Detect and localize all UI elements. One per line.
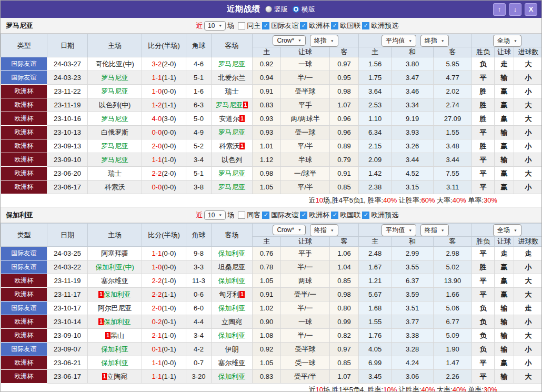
home-team-name[interactable]: 科索沃 <box>105 183 125 191</box>
handicap-line: 平/半 <box>281 139 330 153</box>
half-time-score: (3-0) <box>162 115 176 123</box>
away-team-name[interactable]: 保加利亚 <box>218 373 246 380</box>
home-team-name[interactable]: 罗马尼亚 <box>101 74 128 82</box>
home-team-name[interactable]: 保加利亚(中) <box>95 263 134 271</box>
away-team-name[interactable]: 罗马尼亚 <box>218 128 246 136</box>
average-select[interactable]: 平均值 <box>382 35 416 47</box>
handicap-line: 平手 <box>281 247 330 260</box>
away-team-name[interactable]: 北爱尔兰 <box>218 74 246 82</box>
handicap-away-odds: 0.79 <box>330 153 359 167</box>
same-venue-checkbox[interactable] <box>238 22 245 29</box>
away-team-name[interactable]: 保加利亚 <box>218 249 246 257</box>
away-team-name[interactable]: 保加利亚 <box>218 304 246 312</box>
final-odds-select-1[interactable]: 终指 <box>310 35 338 47</box>
away-team-name[interactable]: 罗马尼亚 <box>218 183 246 191</box>
home-team-name[interactable]: 阿塞拜疆 <box>101 249 128 257</box>
same-venue-checkbox[interactable] <box>238 212 245 219</box>
league-checkbox-friendly[interactable] <box>262 22 269 29</box>
away-team-name[interactable]: 保加利亚 <box>218 277 246 285</box>
avg-draw-odds: 3.47 <box>392 71 434 85</box>
league-checkbox-eurocup[interactable] <box>300 212 307 219</box>
company-select[interactable]: Crow* <box>273 225 306 235</box>
col-handicap-away: 客 <box>330 237 359 247</box>
radio-unselected-icon[interactable] <box>265 6 272 13</box>
handicap-away-odds: 0.89 <box>330 139 359 153</box>
avg-home-odds: 4.05 <box>359 343 392 356</box>
home-team-name[interactable]: 塞尔维亚 <box>101 277 128 285</box>
handicap-away-odds: 0.96 <box>330 112 359 126</box>
league-checkbox-euroqualifier[interactable] <box>362 212 369 219</box>
team-name[interactable]: 罗马尼亚 <box>6 21 33 31</box>
half-time-score: (1-0) <box>162 331 176 339</box>
away-team-name[interactable]: 瑞士 <box>225 87 239 95</box>
league-checkbox-nationsleague[interactable] <box>331 212 338 219</box>
final-odds-select-1[interactable]: 终指 <box>310 224 338 236</box>
league-label-eurocup: 欧洲杯 <box>309 210 329 220</box>
company-select[interactable]: Crow* <box>273 35 306 46</box>
away-team-name[interactable]: 安道尔 <box>219 115 239 123</box>
away-team-name[interactable]: 坦桑尼亚 <box>218 263 246 271</box>
result-goals: 小 <box>514 356 542 370</box>
home-team-name[interactable]: 保加利亚 <box>101 345 128 353</box>
move-down-button[interactable]: ↓ <box>509 3 521 16</box>
final-odds-select-2[interactable]: 终指 <box>420 224 449 236</box>
home-team-name[interactable]: 阿尔巴尼亚 <box>98 304 132 312</box>
home-team-name[interactable]: 立陶宛 <box>107 373 127 380</box>
half-time-score: (0-0) <box>162 183 176 191</box>
away-team-name[interactable]: 罗马尼亚 <box>216 101 243 109</box>
vertical-label: 竖版 <box>274 5 288 14</box>
result-handicap: 走 <box>495 57 514 71</box>
away-team-cell: 罗马尼亚 <box>212 167 253 180</box>
away-team-name[interactable]: 以色列 <box>222 156 242 164</box>
away-team-name[interactable]: 罗马尼亚 <box>218 169 246 177</box>
league-checkbox-eurocup[interactable] <box>300 22 307 29</box>
fulltime-select[interactable]: 全场 <box>493 35 521 47</box>
half-time-score: (1-1) <box>162 290 176 298</box>
full-time-score: 0-0 <box>152 128 162 136</box>
away-team-cell: 以色列 <box>212 153 253 167</box>
half-time-score: (1-1) <box>162 101 176 109</box>
fulltime-select-group: 全场 <box>472 224 542 237</box>
full-time-score: 0-2 <box>152 318 162 326</box>
home-team-name[interactable]: 罗马尼亚 <box>101 115 128 123</box>
home-team-name[interactable]: 罗马尼亚 <box>101 87 128 95</box>
full-time-score: 1-0 <box>152 87 162 95</box>
away-team-name[interactable]: 匈牙利 <box>219 290 239 298</box>
final-odds-select-2[interactable]: 终指 <box>420 35 449 47</box>
match-date: 23-10-14 <box>47 315 88 329</box>
home-team-name[interactable]: 黑山 <box>111 331 124 339</box>
match-count-select[interactable]: 10 <box>204 210 226 220</box>
league-checkbox-friendly[interactable] <box>262 212 269 219</box>
home-team-name[interactable]: 哥伦比亚(中) <box>95 60 134 68</box>
home-team-name[interactable]: 罗马尼亚 <box>101 142 128 150</box>
average-select[interactable]: 平均值 <box>382 224 416 236</box>
away-team-name[interactable]: 罗马尼亚 <box>218 60 246 68</box>
radio-selected-icon[interactable] <box>293 6 299 13</box>
home-team-name[interactable]: 瑞士 <box>108 169 122 177</box>
close-button[interactable]: X <box>525 3 537 16</box>
away-team-name[interactable]: 伊朗 <box>225 345 239 353</box>
col-result-goals: 进球数 <box>514 47 542 57</box>
match-count-select[interactable]: 10 <box>204 21 226 31</box>
home-team-name[interactable]: 保加利亚 <box>104 318 131 326</box>
layout-horizontal-option[interactable]: 横版 <box>293 5 315 14</box>
away-team-name[interactable]: 科索沃 <box>219 142 239 150</box>
team-name[interactable]: 保加利亚 <box>6 210 33 220</box>
handicap-home-odds: 0.94 <box>253 71 281 85</box>
layout-vertical-option[interactable]: 竖版 <box>265 5 288 14</box>
league-checkbox-nationsleague[interactable] <box>331 22 338 29</box>
away-team-name[interactable]: 立陶宛 <box>222 318 242 326</box>
league-checkbox-euroqualifier[interactable] <box>362 22 369 29</box>
home-team-name[interactable]: 白俄罗斯 <box>101 128 128 136</box>
home-team-name[interactable]: 保加利亚 <box>104 290 131 298</box>
fulltime-select[interactable]: 全场 <box>493 224 521 236</box>
home-team-name[interactable]: 以色列(中) <box>99 101 131 109</box>
home-team-name[interactable]: 罗马尼亚 <box>101 156 128 164</box>
away-team-name[interactable]: 保加利亚 <box>218 331 246 339</box>
result-goals: 大 <box>514 370 542 384</box>
away-team-name[interactable]: 塞尔维亚 <box>218 359 246 367</box>
home-team-name[interactable]: 保加利亚 <box>101 359 128 367</box>
avg-draw-odds: 4.52 <box>392 167 434 180</box>
move-up-button[interactable]: ↑ <box>493 3 506 16</box>
summary-text: 10% <box>383 386 397 392</box>
